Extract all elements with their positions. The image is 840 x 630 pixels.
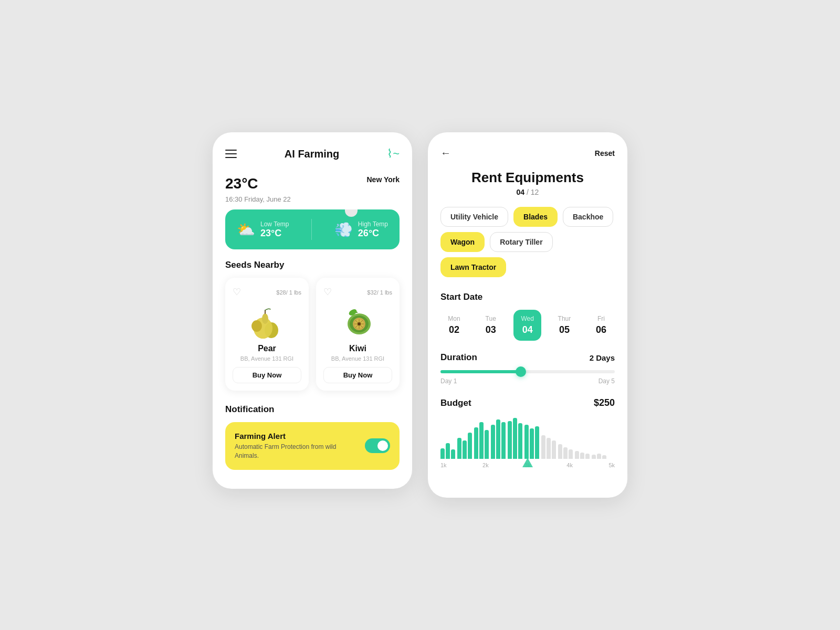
duration-title: Duration: [440, 352, 477, 363]
chart-label-5k: 5k: [608, 462, 615, 468]
high-temp-label: High Temp: [358, 220, 388, 228]
slider-label-end: Day 5: [598, 377, 615, 385]
weather-section: 23°C New York 16:30 Friday, June 22 ⛅ Lo…: [225, 175, 400, 249]
kiwi-name: Kiwi: [349, 344, 366, 353]
date-mon[interactable]: Mon 02: [440, 310, 468, 341]
weather-city: New York: [366, 175, 400, 184]
notif-card-title: Farming Alert: [235, 432, 356, 440]
start-date-title: Start Date: [440, 292, 615, 302]
menu-icon[interactable]: [225, 150, 237, 158]
slider-label-start: Day 1: [440, 377, 457, 385]
equipment-tags: Utility Vehicle Blades Backhoe Wagon Rot…: [440, 207, 615, 277]
budget-value: $250: [594, 397, 615, 408]
duration-slider[interactable]: [440, 370, 615, 373]
low-temp-value: 23°C: [260, 228, 289, 239]
chart-label-1k: 1k: [440, 462, 447, 468]
tag-backhoe[interactable]: Backhoe: [563, 207, 613, 227]
budget-title: Budget: [440, 398, 471, 408]
kiwi-card: ♡ $32/ 1 lbs: [316, 278, 400, 391]
pulse-icon[interactable]: ⌇~: [387, 147, 400, 161]
date-tue[interactable]: Tue 03: [477, 310, 505, 341]
heart-icon-kiwi[interactable]: ♡: [323, 286, 332, 298]
pear-address: BB, Avenue 131 RGI: [240, 355, 293, 362]
cloud-icon: ⛅: [237, 221, 255, 238]
notification-title: Notification: [225, 404, 400, 415]
ai-farming-screen: AI Farming ⌇~ 23°C New York 16:30 Friday…: [213, 132, 412, 489]
tag-rotary-tiller[interactable]: Rotary Tiller: [490, 232, 552, 252]
budget-section: Budget $250: [440, 397, 615, 468]
svg-point-5: [251, 320, 262, 332]
start-date-section: Start Date Mon 02 Tue 03 Wed 04 Thur 05: [440, 292, 615, 341]
reset-button[interactable]: Reset: [595, 149, 615, 158]
duration-value: 2 Days: [590, 353, 615, 362]
high-temp-item: 💨 High Temp 26°C: [334, 220, 388, 239]
weather-divider: [311, 219, 312, 240]
pear-buy-button[interactable]: Buy Now: [233, 367, 301, 383]
weather-date: 16:30 Friday, June 22: [225, 195, 400, 203]
svg-point-3: [262, 313, 268, 324]
low-temp-item: ⛅ Low Temp 23°C: [237, 220, 289, 239]
screen1-header: AI Farming ⌇~: [225, 147, 400, 161]
screen2-header: ← Reset: [440, 147, 615, 159]
wind-icon: 💨: [334, 221, 353, 238]
kiwi-image: [337, 303, 379, 340]
back-button[interactable]: ←: [440, 147, 451, 159]
weather-card: ⛅ Low Temp 23°C 💨 High Temp 26°C: [225, 209, 400, 249]
tag-lawn-tractor[interactable]: Lawn Tractor: [440, 257, 506, 277]
notification-section: Notification Farming Alert Automatic Far…: [225, 404, 400, 470]
heart-icon[interactable]: ♡: [233, 286, 241, 298]
seeds-title: Seeds Nearby: [225, 260, 400, 270]
seeds-grid: ♡ $28/ 1 lbs: [225, 278, 400, 391]
tag-blades[interactable]: Blades: [513, 207, 558, 227]
weather-temperature: 23°C: [225, 175, 258, 192]
notification-card: Farming Alert Automatic Farm Protection …: [225, 422, 400, 470]
farming-alert-toggle[interactable]: [365, 438, 390, 453]
date-fri[interactable]: Fri 06: [587, 310, 615, 341]
low-temp-label: Low Temp: [260, 220, 289, 228]
budget-chart: 1k 2k 3k 4k 5k: [440, 417, 615, 468]
tag-wagon[interactable]: Wagon: [440, 232, 485, 252]
seeds-section: Seeds Nearby ♡ $28/ 1 lbs: [225, 260, 400, 391]
date-wed[interactable]: Wed 04: [513, 310, 541, 341]
rent-title: Rent Equipments: [440, 170, 615, 186]
kiwi-price: $32/ 1 lbs: [367, 288, 392, 296]
pear-image: [246, 303, 288, 340]
kiwi-buy-button[interactable]: Buy Now: [323, 367, 392, 383]
high-temp-value: 26°C: [358, 228, 388, 239]
pear-name: Pear: [258, 344, 276, 353]
duration-section: Duration 2 Days Day 1 Day 5: [440, 352, 615, 385]
chart-label-2k: 2k: [482, 462, 489, 468]
date-thur[interactable]: Thur 05: [551, 310, 579, 341]
kiwi-address: BB, Avenue 131 RGI: [331, 355, 384, 362]
notif-card-desc: Automatic Farm Protection from wild Anim…: [235, 443, 356, 460]
chart-marker: [520, 458, 536, 468]
chart-label-4k: 4k: [566, 462, 573, 468]
rent-equipments-screen: ← Reset Rent Equipments 04 / 12 Utility …: [428, 132, 627, 498]
pear-card: ♡ $28/ 1 lbs: [225, 278, 309, 391]
date-row: Mon 02 Tue 03 Wed 04 Thur 05 Fri 06: [440, 310, 615, 341]
rent-count: 04 / 12: [440, 188, 615, 196]
svg-point-10: [358, 322, 361, 326]
pear-price: $28/ 1 lbs: [276, 288, 301, 296]
tag-utility-vehicle[interactable]: Utility Vehicle: [440, 207, 508, 227]
app-title: AI Farming: [285, 148, 339, 160]
slider-thumb[interactable]: [516, 366, 526, 377]
